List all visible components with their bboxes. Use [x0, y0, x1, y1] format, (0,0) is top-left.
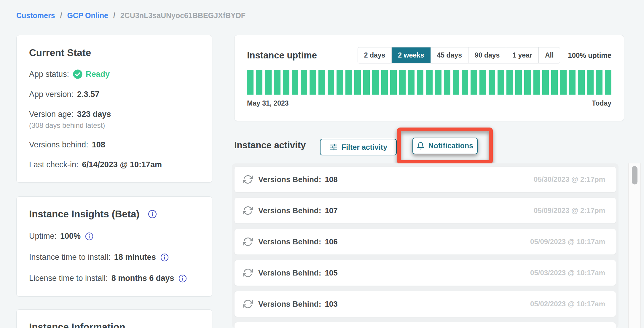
uptime-bar — [479, 70, 486, 95]
activity-row-label: Versions Behind: — [258, 268, 321, 278]
tab-90-days[interactable]: 90 days — [468, 47, 506, 63]
uptime-bar — [515, 70, 522, 95]
instance-uptime-title: Instance uptime — [247, 50, 317, 61]
instance-install-label: Instance time to install: — [29, 253, 111, 262]
version-age-label: Version age: — [29, 110, 74, 119]
uptime-bar — [435, 70, 441, 95]
tab-1-year[interactable]: 1 year — [506, 47, 538, 63]
scrollbar-track[interactable] — [628, 163, 641, 328]
uptime-bar — [533, 70, 540, 95]
activity-row-value: 108 — [325, 175, 337, 184]
activity-row[interactable]: Versions Behind: 105 05/03/2023 @ 10:17a… — [234, 260, 616, 286]
uptime-bar — [274, 70, 280, 95]
info-icon[interactable] — [160, 253, 169, 262]
instance-uptime-card: Instance uptime 2 days 2 weeks 45 days 9… — [234, 35, 624, 121]
activity-row[interactable]: Versions Behind: 108 05/30/2023 @ 2:17pm — [234, 166, 616, 192]
notifications-label: Notifications — [428, 141, 473, 150]
tab-45-days[interactable]: 45 days — [431, 47, 468, 63]
uptime-bar — [265, 70, 271, 95]
scrollbar-thumb[interactable] — [632, 166, 637, 184]
sync-icon — [243, 299, 253, 309]
activity-row-value: 105 — [325, 268, 337, 278]
uptime-bar — [408, 70, 415, 95]
uptime-bar — [399, 70, 406, 95]
last-checkin-row: Last check-in: 6/14/2023 @ 10:17am — [29, 160, 200, 169]
sync-icon — [243, 237, 253, 247]
info-icon[interactable] — [148, 209, 157, 219]
app-version-value[interactable]: 2.3.57 — [77, 90, 99, 99]
versions-behind-label: Versions behind: — [29, 140, 88, 149]
instance-activity-title: Instance activity — [234, 140, 306, 151]
insights-uptime-row: Uptime: 100% — [29, 232, 200, 241]
versions-behind-value: 108 — [92, 140, 105, 149]
activity-row-timestamp: 05/30/2023 @ 2:17pm — [534, 175, 605, 184]
uptime-bar — [587, 70, 594, 95]
instance-activity-header: Instance activity Filter activity Notifi… — [234, 128, 624, 164]
check-circle-icon — [73, 69, 83, 79]
app-version-row: App version: 2.3.57 — [29, 90, 200, 99]
sync-icon — [243, 206, 253, 216]
uptime-bar — [489, 70, 495, 95]
uptime-bar — [301, 70, 307, 95]
activity-row[interactable]: Versions Behind: 106 05/09/2023 @ 10:17a… — [234, 229, 616, 255]
activity-row-label: Versions Behind: — [258, 237, 321, 246]
uptime-bar — [551, 70, 558, 95]
activity-row-timestamp: 05/02/2023 @ 10:17am — [530, 300, 605, 308]
tab-all[interactable]: All — [538, 47, 560, 63]
uptime-start-date: May 31, 2023 — [247, 99, 289, 107]
activity-row-label: Versions Behind: — [258, 300, 321, 309]
uptime-bar — [542, 70, 549, 95]
activity-row[interactable]: Versions Behind: 103 05/02/2023 @ 10:17a… — [234, 291, 616, 317]
uptime-bar — [292, 70, 298, 95]
tab-2-weeks[interactable]: 2 weeks — [391, 47, 430, 63]
license-install-row: License time to install: 8 months 6 days — [29, 274, 200, 283]
uptime-bar — [381, 70, 388, 95]
insights-uptime-label: Uptime: — [29, 232, 57, 241]
info-icon[interactable] — [178, 274, 187, 283]
tab-2-days[interactable]: 2 days — [358, 47, 392, 63]
uptime-end-date: Today — [592, 99, 611, 107]
uptime-bar-chart — [247, 70, 611, 95]
breadcrumb-separator: / — [60, 11, 62, 20]
uptime-bar — [354, 70, 361, 95]
breadcrumb-instance-id: 2CU3nL3saUNyoc61BBEGJXfBYDF — [120, 11, 246, 20]
uptime-bar — [578, 70, 584, 95]
activity-row[interactable]: Versions Behind: 107 05/09/2023 @ 2:17pm — [234, 198, 616, 224]
uptime-bar — [506, 70, 513, 95]
activity-row-value: 106 — [325, 237, 337, 246]
activity-row-partial[interactable] — [234, 322, 616, 328]
activity-row-value: 107 — [325, 206, 337, 215]
current-state-card: Current State App status: Ready App vers… — [16, 35, 212, 183]
instance-insights-title: Instance Insights (Beta) — [29, 208, 139, 220]
annotation-highlight-box: Notifications — [397, 128, 493, 164]
uptime-bar — [328, 70, 334, 95]
uptime-bar — [283, 70, 289, 95]
breadcrumb: Customers / GCP Online / 2CU3nL3saUNyoc6… — [16, 11, 246, 20]
last-checkin-label: Last check-in: — [29, 160, 79, 169]
activity-row-timestamp: 05/09/2023 @ 10:17am — [530, 238, 605, 246]
breadcrumb-separator: / — [113, 11, 115, 20]
uptime-bar — [596, 70, 602, 95]
app-status-label: App status: — [29, 70, 69, 79]
uptime-bar — [471, 70, 477, 95]
filter-sliders-icon — [329, 143, 338, 151]
notifications-button[interactable]: Notifications — [412, 138, 478, 154]
breadcrumb-gcp-online-link[interactable]: GCP Online — [67, 11, 108, 20]
sync-icon — [243, 268, 253, 278]
uptime-bar — [372, 70, 379, 95]
uptime-bar — [605, 70, 611, 95]
uptime-bar — [417, 70, 423, 95]
app-version-label: App version: — [29, 90, 74, 99]
uptime-bar — [426, 70, 432, 95]
license-install-value: 8 months 6 days — [111, 274, 174, 283]
info-icon[interactable] — [85, 232, 94, 241]
activity-row-value: 103 — [325, 300, 337, 309]
uptime-bar — [462, 70, 468, 95]
filter-activity-button[interactable]: Filter activity — [320, 139, 397, 155]
app-status-value: Ready — [86, 70, 110, 79]
versions-behind-row: Versions behind: 108 — [29, 140, 200, 149]
uptime-bar — [560, 70, 567, 95]
breadcrumb-customers-link[interactable]: Customers — [16, 11, 55, 20]
uptime-bar — [524, 70, 531, 95]
activity-row-label: Versions Behind: — [258, 175, 321, 184]
